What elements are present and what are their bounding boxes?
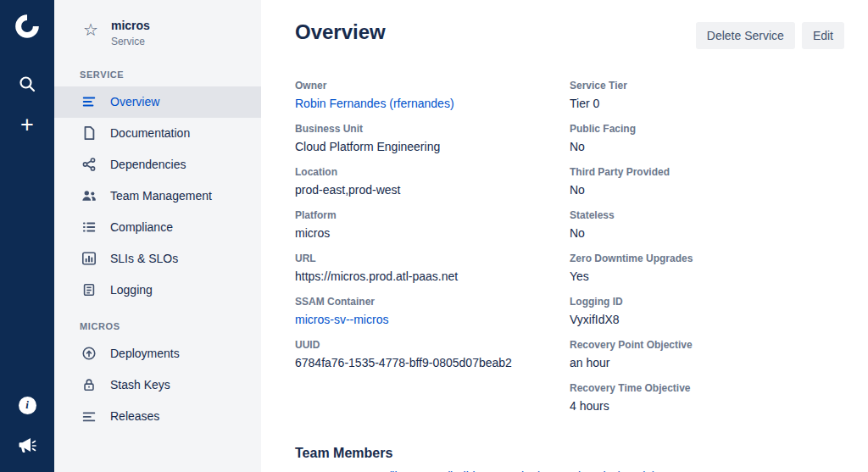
field-value: micros: [295, 226, 570, 241]
releases-lines-icon: [81, 408, 97, 424]
sidebar-item-label: Deployments: [110, 347, 180, 360]
field-location: Location prod-east,prod-west: [295, 166, 570, 197]
announcement-icon[interactable]: [13, 431, 42, 460]
field-platform: Platform micros: [295, 209, 570, 241]
field-value: prod-east,prod-west: [295, 183, 570, 197]
sidebar-item-label: Stash Keys: [110, 378, 170, 391]
sidebar-item-dependencies[interactable]: Dependencies: [54, 149, 261, 180]
field-logging-id: Logging ID VyxifIdX8: [570, 296, 844, 327]
create-icon[interactable]: +: [13, 110, 42, 139]
field-label: Location: [295, 166, 570, 178]
app-rail: + i: [0, 0, 54, 472]
field-public-facing: Public Facing No: [570, 123, 844, 154]
field-label: Logging ID: [570, 296, 844, 308]
header-actions: Delete Service Edit: [696, 22, 844, 49]
field-label: Public Facing: [570, 123, 844, 135]
document-icon: [81, 125, 97, 141]
bar-chart-icon: [81, 251, 97, 266]
sidebar-item-label: Team Management: [110, 189, 212, 203]
field-ssam-container: SSAM Container micros-sv--micros: [295, 296, 570, 327]
favorite-star-icon[interactable]: ☆: [83, 19, 98, 40]
field-zero-downtime-upgrades: Zero Downtime Upgrades Yes: [570, 253, 844, 284]
field-value: an hour: [570, 356, 844, 370]
info-icon[interactable]: i: [13, 391, 42, 419]
field-label: Third Party Provided: [570, 166, 844, 178]
field-value: No: [570, 183, 844, 197]
sidebar-item-team-management[interactable]: Team Management: [54, 180, 261, 212]
field-business-unit: Business Unit Cloud Platform Engineering: [295, 123, 570, 154]
deploy-up-arrow-icon: [81, 346, 97, 361]
service-type: Service: [111, 36, 150, 47]
field-label: UUID: [295, 339, 570, 351]
overview-lines-icon: [81, 94, 97, 109]
log-document-icon: [81, 282, 97, 297]
owner-link[interactable]: Robin Fernandes (rfernandes): [295, 97, 570, 111]
delete-service-button[interactable]: Delete Service: [696, 22, 795, 49]
sidebar-item-deployments[interactable]: Deployments: [54, 338, 261, 369]
main-content: Overview Delete Service Edit Owner Robin…: [261, 0, 868, 472]
page-title: Overview: [295, 20, 386, 44]
field-service-tier: Service Tier Tier 0: [570, 80, 844, 111]
field-value: VyxifIdX8: [570, 313, 844, 327]
app-logo-icon[interactable]: [13, 12, 42, 41]
ssam-container-link[interactable]: micros-sv--micros: [295, 313, 570, 327]
field-label: Platform: [295, 209, 570, 221]
field-stateless: Stateless No: [570, 209, 844, 241]
sidebar-header: ☆ micros Service: [54, 19, 261, 47]
field-value: No: [570, 226, 844, 241]
field-label: Stateless: [570, 209, 844, 221]
field-value: Yes: [570, 269, 844, 284]
field-label: Business Unit: [295, 123, 570, 135]
app-window: + i ☆ micros Service SERVICE Overvie: [0, 0, 868, 472]
service-fields: Owner Robin Fernandes (rfernandes) Busin…: [295, 80, 844, 425]
fields-left-column: Owner Robin Fernandes (rfernandes) Busin…: [295, 80, 570, 425]
field-label: Recovery Point Objective: [570, 339, 844, 351]
sidebar-item-releases[interactable]: Releases: [54, 401, 261, 432]
team-members-section: Team Members Jeremy Baumont (jbaumo (bui…: [295, 446, 844, 472]
fields-right-column: Service Tier Tier 0 Public Facing No Thi…: [570, 80, 844, 425]
sidebar-item-label: Dependencies: [110, 158, 186, 171]
page-header: Overview Delete Service Edit: [295, 20, 844, 49]
field-recovery-point-objective: Recovery Point Objective an hour: [570, 339, 844, 370]
sidebar-item-overview[interactable]: Overview: [54, 86, 261, 118]
field-value: Tier 0: [570, 97, 844, 111]
field-label: Recovery Time Objective: [570, 382, 844, 394]
field-value: https://micros.prod.atl-paas.net: [295, 269, 570, 284]
field-label: Owner: [295, 80, 570, 92]
sidebar-item-label: Releases: [110, 409, 159, 423]
field-url: URL https://micros.prod.atl-paas.net: [295, 253, 570, 284]
team-members-heading: Team Members: [295, 446, 844, 461]
sidebar-item-slis-slos[interactable]: SLIs & SLOs: [54, 243, 261, 275]
field-owner: Owner Robin Fernandes (rfernandes): [295, 80, 570, 111]
service-name: micros: [111, 19, 150, 34]
field-uuid: UUID 6784fa76-1535-4778-bff9-0805d07beab…: [295, 339, 570, 370]
sidebar-item-label: Logging: [110, 283, 153, 297]
sidebar: ☆ micros Service SERVICE Overview Docume…: [54, 0, 261, 472]
section-label-service: SERVICE: [54, 69, 261, 80]
field-label: SSAM Container: [295, 296, 570, 308]
sidebar-item-label: Overview: [110, 95, 159, 108]
field-recovery-time-objective: Recovery Time Objective 4 hours: [570, 382, 844, 414]
field-value: No: [570, 140, 844, 154]
lock-icon: [81, 377, 97, 392]
sidebar-item-label: SLIs & SLOs: [110, 252, 178, 265]
sidebar-item-stash-keys[interactable]: Stash Keys: [54, 369, 261, 401]
checklist-icon: [81, 219, 97, 235]
section-label-micros: MICROS: [54, 321, 261, 331]
search-icon[interactable]: [13, 69, 42, 98]
field-label: Service Tier: [570, 80, 844, 92]
sidebar-item-documentation[interactable]: Documentation: [54, 118, 261, 149]
edit-button[interactable]: Edit: [802, 22, 844, 49]
sidebar-item-label: Documentation: [110, 126, 190, 140]
sidebar-item-compliance[interactable]: Compliance: [54, 212, 261, 243]
sidebar-item-label: Compliance: [110, 220, 173, 234]
field-value: Cloud Platform Engineering: [295, 140, 570, 154]
field-value: 4 hours: [570, 399, 844, 414]
sidebar-item-logging[interactable]: Logging: [54, 275, 261, 306]
people-icon: [81, 188, 97, 203]
field-label: URL: [295, 253, 570, 264]
field-value: 6784fa76-1535-4778-bff9-0805d07beab2: [295, 356, 570, 370]
field-third-party-provided: Third Party Provided No: [570, 166, 844, 197]
field-label: Zero Downtime Upgrades: [570, 253, 844, 264]
share-nodes-icon: [81, 157, 97, 172]
